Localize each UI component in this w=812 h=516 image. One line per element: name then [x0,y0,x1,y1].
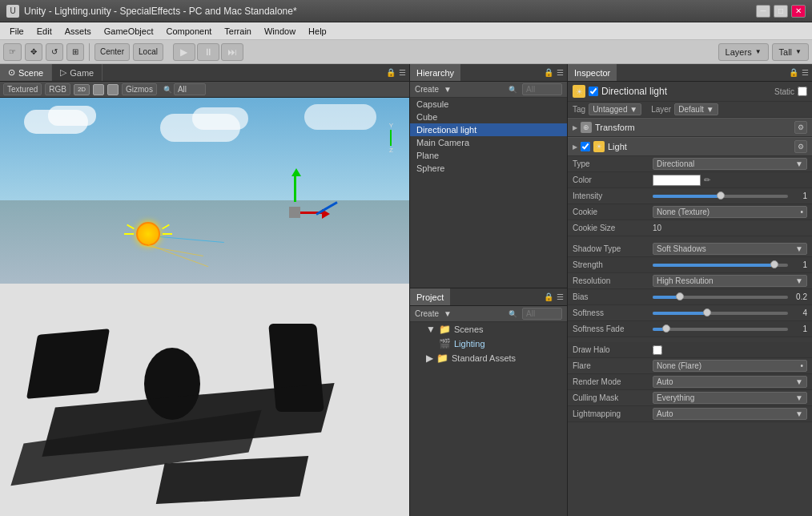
hierarchy-tab[interactable]: Hierarchy [410,64,460,81]
lightmapping-dropdown[interactable]: Auto ▼ [653,408,807,420]
create-label[interactable]: Create [415,85,439,94]
game-tab[interactable]: ▷ Game [52,64,103,81]
tool-rotate[interactable]: ↺ [46,43,63,61]
flare-dropdown[interactable]: None (Flare) • [653,360,807,372]
hier-item-capsule[interactable]: Capsule [410,98,567,111]
menu-file[interactable]: File [3,25,30,38]
tool-move[interactable]: ✥ [25,43,42,61]
panel-lock-icon[interactable]: 🔒 [386,68,396,77]
scene-view[interactable]: Y Z [0,98,409,284]
strength-slider[interactable] [653,264,788,267]
softness-slider[interactable] [653,312,788,315]
color-swatch[interactable] [653,175,701,186]
scene-search-input[interactable] [174,83,206,95]
hier-item-main-camera[interactable]: Main Camera [410,136,567,149]
game-view[interactable] [0,284,409,516]
tool-hand[interactable]: ☞ [3,43,22,61]
cookie-dropdown[interactable]: None (Texture) • [653,206,807,218]
hier-item-cube[interactable]: Cube [410,111,567,123]
project-menu-icon[interactable]: ☰ [557,292,564,301]
shadow-type-arrow-icon: ▼ [795,244,803,253]
bias-slider-container[interactable] [653,296,788,299]
scene-channel-dropdown[interactable]: RGB [45,83,70,95]
create-dropdown-icon[interactable]: ▼ [444,85,452,94]
intensity-label: Intensity [573,191,653,200]
scene-audio-btn[interactable] [93,84,104,95]
project-tab[interactable]: Project [410,288,450,305]
play-button[interactable]: ▶ [173,43,195,61]
object-enabled-checkbox[interactable] [589,87,598,96]
menu-component[interactable]: Component [159,25,218,38]
gizmos-dropdown[interactable]: Gizmos [122,83,157,95]
draw-halo-checkbox[interactable] [653,345,662,355]
resolution-dropdown[interactable]: High Resolution ▼ [653,275,807,287]
proj-standard-assets[interactable]: ▶ 📁 Standard Assets [410,351,567,365]
strength-slider-container[interactable] [653,264,788,267]
light-settings-btn[interactable]: ⚙ [794,140,807,153]
tool-scale[interactable]: ⊞ [66,43,84,61]
cookie-size-value-container: 10 [653,224,807,232]
proj-lighting-scene[interactable]: 🎬 Lighting [410,337,567,351]
step-button[interactable]: ⏭ [221,43,243,61]
bias-slider[interactable] [653,296,788,299]
transform-icon: ⊕ [581,122,592,133]
menu-edit[interactable]: Edit [30,25,58,38]
shadow-6 [156,456,309,504]
layout-dropdown[interactable]: Tall ▼ [772,43,809,61]
hier-item-directional-light[interactable]: Directional light [410,123,567,136]
object-type-icon: ☀ [573,85,585,98]
transform-component-header[interactable]: ▶ ⊕ Transform ⚙ [568,118,812,137]
pause-button[interactable]: ⏸ [197,43,219,61]
cookie-size-row: Cookie Size 10 [568,220,812,236]
bias-label: Bias [573,292,653,301]
minimize-button[interactable]: ─ [756,5,770,18]
scene-tab[interactable]: ⊙ Scene [0,64,52,81]
static-checkbox[interactable] [798,87,807,96]
layers-dropdown[interactable]: Layers ▼ [718,43,769,61]
proj-create-dropdown-icon[interactable]: ▼ [444,309,452,318]
local-toggle[interactable]: Local [133,43,163,61]
intensity-slider-container[interactable] [653,195,788,198]
transform-settings-btn[interactable]: ⚙ [794,121,807,134]
softness-fade-slider-container[interactable] [653,328,788,331]
type-dropdown[interactable]: Directional ▼ [653,158,807,170]
maximize-button[interactable]: □ [774,5,788,18]
shadow-type-dropdown[interactable]: Soft Shadows ▼ [653,243,807,255]
center-toggle[interactable]: Center [94,43,130,61]
menu-terrain[interactable]: Terrain [218,25,258,38]
hierarchy-search[interactable] [522,83,562,95]
menu-assets[interactable]: Assets [58,25,98,38]
hierarchy-lock-icon[interactable]: 🔒 [544,68,553,77]
scene-fx-btn[interactable] [107,84,119,95]
menu-window[interactable]: Window [258,25,302,38]
inspector-lock-icon[interactable]: 🔒 [789,68,798,77]
menu-gameobject[interactable]: GameObject [98,25,160,38]
scene-mode-dropdown[interactable]: Textured [3,83,42,95]
layer-dropdown[interactable]: Default ▼ [674,103,718,115]
light-enabled-checkbox[interactable] [581,142,590,151]
hierarchy-menu-icon[interactable]: ☰ [557,68,564,77]
proj-create-label[interactable]: Create [415,309,439,318]
proj-scenes-folder[interactable]: ▼ 📁 Scenes [410,322,567,337]
window-controls[interactable]: ─ □ ✕ [756,5,806,18]
softness-fade-slider[interactable] [653,328,788,331]
culling-mask-dropdown[interactable]: Everything ▼ [653,392,807,404]
color-edit-icon[interactable]: ✏ [704,175,710,184]
softness-slider-container[interactable] [653,312,788,315]
inspector-menu-icon[interactable]: ☰ [802,68,809,77]
project-lock-icon[interactable]: 🔒 [544,292,553,301]
tag-dropdown[interactable]: Untagged ▼ [589,103,641,115]
close-button[interactable]: ✕ [791,5,806,18]
panel-menu-icon[interactable]: ☰ [399,68,406,77]
light-component-header[interactable]: ▶ ☀ Light ⚙ [568,137,812,156]
hier-item-sphere[interactable]: Sphere [410,162,567,175]
intensity-slider[interactable] [653,195,788,198]
draw-halo-row: Draw Halo [568,342,812,358]
hier-item-plane[interactable]: Plane [410,149,567,162]
menu-help[interactable]: Help [302,25,333,38]
render-mode-dropdown[interactable]: Auto ▼ [653,376,807,388]
scene-2d-btn[interactable]: 2D [74,84,90,95]
project-search[interactable] [522,308,562,320]
shadow-type-label: Shadow Type [573,244,653,253]
inspector-tab[interactable]: Inspector [568,64,617,81]
